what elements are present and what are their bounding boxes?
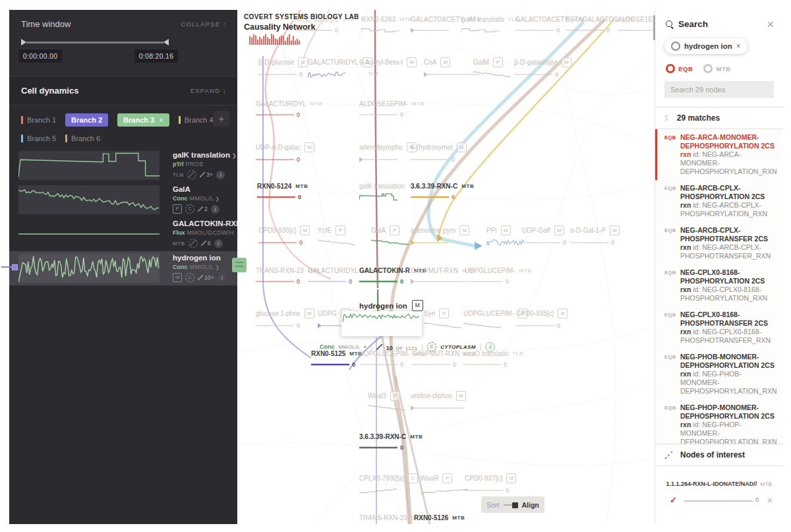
filter-radio-eqb[interactable]: EQB <box>666 64 693 73</box>
network-node[interactable]: adenylpyrophoM <box>359 142 417 163</box>
search-results-list[interactable]: EQBNEG-ARCA-MONOMER-DEPHOSPHORYLATION 2C… <box>655 129 783 444</box>
type-badge: MTB <box>173 241 185 247</box>
chevron-right-icon[interactable]: ▸ <box>365 344 367 349</box>
no-compartment-icon <box>189 239 198 248</box>
network-node[interactable]: RXN0-5363MTB <box>361 16 412 34</box>
network-node[interactable]: GalAP <box>371 225 409 247</box>
network-node[interactable]: α-D-Gal-1-PM0 <box>570 225 620 247</box>
network-node[interactable]: WaaOP <box>368 391 406 412</box>
search-result-item[interactable]: EQBNEG-ARCB-CPLX-PHOSPHORYLATION 2CS rxn… <box>655 180 783 222</box>
chip-remove-icon[interactable]: × <box>736 42 741 51</box>
branch-chip-2[interactable]: Branch 2 <box>65 113 108 127</box>
network-node[interactable]: CPD0-935[c]M0 <box>516 309 568 330</box>
network-node[interactable]: RXN0-5124MTB0 <box>257 183 308 201</box>
sort-label[interactable]: Sort <box>486 501 499 509</box>
expand-button[interactable]: EXPAND ↓ <box>190 87 227 94</box>
network-node[interactable]: 6-Acetyl-Beta-IMN/A <box>359 57 417 76</box>
check-icon[interactable]: ✓ <box>670 495 677 505</box>
network-node[interactable]: adenosine pyroM <box>411 225 469 247</box>
time-end-value[interactable]: 0:08:20.16 <box>134 49 178 63</box>
network-node[interactable]: 6-(hydroxymetM0 <box>411 142 467 163</box>
search-result-item[interactable]: EQBNEG-PHOB-MONOMER-DEPHOSPHORYLATION 2C… <box>655 349 783 399</box>
slider-track[interactable] <box>26 42 163 44</box>
metric-label[interactable]: Conc <box>320 343 335 350</box>
search-header: Search × <box>655 10 783 29</box>
network-node[interactable]: CPLX0-7992[s]C <box>359 473 418 494</box>
compartment-icon: C <box>185 204 194 214</box>
network-canvas[interactable]: COVERT SYSTEMS BIOLOGY LAB Causality Net… <box>237 10 655 524</box>
search-result-item[interactable]: EQBNEG-PHOP-MONOMER-DEPHOSPHORYLATION 2C… <box>655 399 783 444</box>
network-node[interactable]: GalMP <box>473 57 512 78</box>
network-node[interactable]: CoAM <box>424 57 481 78</box>
search-result-item[interactable]: EQBNEG-ARCA-MONOMER-DEPHOSPHORYLATION 2C… <box>655 129 783 180</box>
node-type-badge: M <box>457 142 467 152</box>
node-sparkline <box>473 71 512 78</box>
network-node[interactable]: RXN0-5126MTB <box>414 514 465 521</box>
filter-radio-mtb[interactable]: MTB <box>703 64 730 73</box>
info-icon[interactable]: i <box>216 171 225 179</box>
dynamics-chart-list: galK translation ❯pTrlPROBTLN3+iGalA Con… <box>9 148 237 285</box>
network-node[interactable]: GALACTURIDYLMTB0 <box>256 100 322 119</box>
branch-chip-1[interactable]: Branch 1 <box>21 116 56 124</box>
node-sparkline <box>359 156 417 163</box>
slider-handle-end[interactable] <box>163 39 169 45</box>
network-node[interactable]: UDP-GalfM0 <box>522 225 566 247</box>
network-node[interactable]: CPD0-937[c]M0 <box>465 473 516 494</box>
network-node[interactable]: glucose 1-phosM0 <box>256 309 314 330</box>
network-node[interactable]: PPiM <box>486 225 525 247</box>
network-node[interactable]: β-D-galactopyrM0 <box>514 57 571 78</box>
network-node[interactable]: SynP <box>424 309 462 330</box>
network-node[interactable]: galM translatioTLN <box>461 16 519 34</box>
sort-align-toggle[interactable]: Sort Align <box>481 496 544 513</box>
collapse-button[interactable]: COLLAPSE ↑ <box>181 20 227 28</box>
network-node[interactable]: YcfEP <box>318 225 356 247</box>
time-start-value[interactable]: 0:00:00.00 <box>18 49 62 63</box>
toggle-switch[interactable] <box>504 502 518 508</box>
unit-label: MMOL/L <box>339 344 361 350</box>
branch-chip-4[interactable]: Branch 4 <box>179 116 214 124</box>
network-node[interactable]: waaO translatioTLN0 <box>463 350 523 369</box>
network-node[interactable]: RXN0-5125MTB0 <box>311 350 362 369</box>
search-chip[interactable]: hydrogen ion × <box>664 38 747 54</box>
network-node[interactable]: ALDOSE1EPIM-MTB0 <box>359 100 425 119</box>
search-result-item[interactable]: EQBNEG-ARCB-CPLX-PHOSPHOTRANSFER 2CS rxn… <box>655 222 783 264</box>
network-node[interactable]: β-D-glucoseM0 <box>258 57 308 78</box>
dynamics-sparkline <box>18 151 160 180</box>
network-node[interactable]: 3.6.3.39-RXN-CMTB0 <box>411 183 474 201</box>
selected-node-card[interactable] <box>341 311 422 336</box>
radio-icon <box>666 64 675 73</box>
search-result-item[interactable]: EQBNEG-CPLX0-8168-PHOSPHORYLATION 2CS rx… <box>655 264 783 307</box>
add-branch-button[interactable]: + <box>214 111 229 127</box>
mtb-badge: MTB <box>760 481 772 487</box>
network-node[interactable]: 3.6.3.39-RXN-CMTB0 <box>359 433 423 452</box>
dynamics-row-galk-translation[interactable]: galK translation ❯pTrlPROBTLN3+i <box>9 148 237 183</box>
selected-row-drag-handle[interactable] <box>232 258 247 272</box>
info-icon[interactable]: i <box>211 205 220 214</box>
time-range-slider[interactable] <box>21 39 225 45</box>
dynamics-row-gala[interactable]: GalA ConcMMOL/L❯PC2i <box>9 183 237 217</box>
result-type-badge: EQB <box>664 310 680 345</box>
network-node[interactable]: CPD0-936[c]M0 <box>258 225 310 247</box>
network-node[interactable]: ALDOSE1EPIM-MTB <box>618 16 655 34</box>
selected-node-label[interactable]: hydrogen ion M <box>359 300 423 311</box>
network-node[interactable]: uridine-diphosM <box>411 391 466 412</box>
network-node[interactable]: UDPGLUCEPIM-MTB0 <box>465 267 531 285</box>
close-icon[interactable]: × <box>767 20 774 29</box>
branch-close-icon[interactable]: × <box>159 116 163 124</box>
node-of-interest-item[interactable]: 1.1.1.264-RXN-L-IDONATE/NAD//MTB ✓ 0 × <box>655 466 783 524</box>
info-icon[interactable]: i <box>218 274 226 282</box>
search-input[interactable] <box>664 81 774 98</box>
dynamics-row-hydrogen-ion[interactable]: hydrogen ion ConcMMOL/L❯MC10+i <box>9 251 237 285</box>
network-node[interactable]: WaaRP <box>421 473 468 494</box>
search-result-item[interactable]: EQBNEG-CPLX0-8168-PHOSPHOTRANSFER 2CS rx… <box>655 307 783 349</box>
dynamics-row-galactokin-rxn[interactable]: GALACTOKIN-RXN FluxMMOL/GCDW/HMTB6i <box>9 217 237 251</box>
align-label[interactable]: Align <box>522 501 539 509</box>
slider-handle-start[interactable] <box>21 39 26 45</box>
branch-chip-3[interactable]: Branch 3× <box>117 113 169 127</box>
branch-chip-6[interactable]: Branch 6 <box>65 134 100 142</box>
branch-chip-5[interactable]: Branch 5 <box>21 134 56 142</box>
info-icon[interactable]: i <box>485 342 495 352</box>
info-icon[interactable]: i <box>214 239 223 248</box>
network-node[interactable]: UDP-α-D-galacM0 <box>256 142 314 163</box>
remove-icon[interactable]: × <box>767 495 773 506</box>
